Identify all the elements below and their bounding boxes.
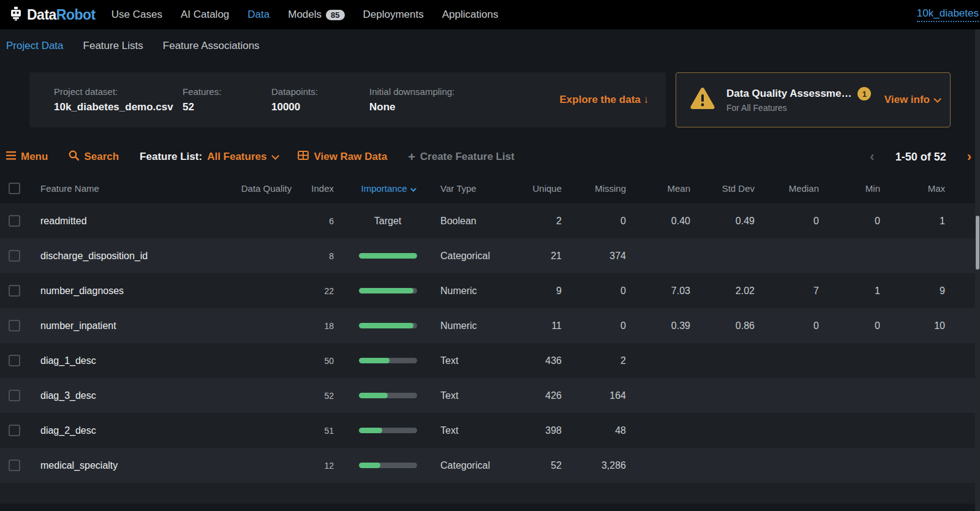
row-checkbox[interactable] bbox=[9, 285, 20, 297]
nav-item-label: Models bbox=[288, 9, 322, 21]
column-header-mean[interactable]: Mean bbox=[636, 183, 700, 194]
row-checkbox[interactable] bbox=[9, 390, 20, 401]
column-header-var-type[interactable]: Var Type bbox=[437, 183, 516, 194]
nav-item-applications[interactable]: Applications bbox=[442, 9, 499, 21]
column-header-feature-name[interactable]: Feature Name bbox=[31, 183, 236, 194]
row-checkbox[interactable] bbox=[9, 250, 20, 262]
feature-row-diag_3_desc[interactable]: diag_3_desc52Text426164 bbox=[0, 378, 980, 413]
column-header-index[interactable]: Index bbox=[297, 183, 339, 194]
feature-row-medical_specialty[interactable]: medical_specialty12Categorical523,286 bbox=[0, 448, 980, 483]
unique-cell: 2 bbox=[516, 216, 571, 227]
feature-row-diag_2_desc[interactable]: diag_2_desc51Text39848 bbox=[0, 413, 980, 448]
data-quality-card: Data Quality Assessme… 1 For All Feature… bbox=[676, 72, 951, 127]
std-dev-cell: 0.86 bbox=[700, 320, 764, 331]
row-checkbox-cell bbox=[0, 215, 31, 227]
feature-name[interactable]: readmitted bbox=[31, 216, 236, 227]
select-all-checkbox[interactable] bbox=[9, 183, 20, 194]
feature-name[interactable]: number_diagnoses bbox=[31, 286, 236, 297]
feature-row-number_inpatient[interactable]: number_inpatient18Numeric1100.390.860010 bbox=[0, 308, 980, 343]
scrollbar-thumb[interactable] bbox=[976, 216, 979, 270]
row-checkbox[interactable] bbox=[9, 215, 20, 227]
datarobot-logo[interactable]: DataRobot bbox=[9, 6, 96, 23]
importance-bar-fill bbox=[359, 358, 390, 363]
nav-item-use-cases[interactable]: Use Cases bbox=[111, 9, 162, 21]
row-checkbox[interactable] bbox=[9, 355, 20, 366]
summary-cards: Project dataset:10k_diabetes_demo.csvFea… bbox=[29, 72, 951, 127]
pagination: ‹ 1-50 of 52 › bbox=[870, 143, 971, 170]
feature-name[interactable]: number_inpatient bbox=[31, 320, 236, 331]
view-info-button[interactable]: View info bbox=[884, 94, 939, 106]
summary-field-value: 10000 bbox=[271, 101, 363, 113]
chevron-down-icon bbox=[272, 152, 280, 160]
var-type-cell: Numeric bbox=[437, 286, 516, 297]
std-dev-cell: 2.02 bbox=[700, 286, 764, 297]
importance-bar bbox=[359, 428, 417, 433]
var-type-cell: Boolean bbox=[437, 216, 516, 227]
summary-field: Initial downsampling:None bbox=[369, 86, 554, 113]
create-feature-list-button[interactable]: + Create Feature List bbox=[408, 150, 514, 164]
column-header-data-quality[interactable]: Data Quality bbox=[236, 183, 297, 194]
table-header: Feature Name Data Quality Index Importan… bbox=[0, 173, 980, 203]
nav-item-models[interactable]: Models85 bbox=[288, 9, 344, 21]
column-header-missing[interactable]: Missing bbox=[571, 183, 636, 194]
column-header-median[interactable]: Median bbox=[764, 183, 829, 194]
nav-item-ai-catalog[interactable]: AI Catalog bbox=[181, 9, 229, 21]
feature-row-diag_1_desc[interactable]: diag_1_desc50Text4362 bbox=[0, 343, 980, 378]
nav-item-deployments[interactable]: Deployments bbox=[363, 9, 424, 21]
importance-bar-fill bbox=[359, 428, 382, 433]
next-page-button[interactable]: › bbox=[967, 149, 971, 165]
feature-name[interactable]: diag_3_desc bbox=[31, 390, 236, 401]
mean-cell: 7.03 bbox=[636, 286, 700, 297]
feature-name[interactable]: discharge_disposition_id bbox=[31, 251, 236, 262]
column-header-importance[interactable]: Importance bbox=[339, 183, 437, 194]
target-label: Target bbox=[374, 216, 401, 227]
min-cell: 1 bbox=[829, 286, 890, 297]
row-checkbox[interactable] bbox=[9, 460, 20, 471]
view-raw-data-button[interactable]: View Raw Data bbox=[298, 151, 387, 163]
search-button[interactable]: Search bbox=[69, 150, 119, 164]
previous-page-button[interactable]: ‹ bbox=[870, 149, 874, 165]
importance-bar bbox=[359, 253, 417, 259]
column-header-max[interactable]: Max bbox=[890, 183, 955, 194]
unique-cell: 426 bbox=[516, 390, 571, 401]
logo-wordmark: DataRobot bbox=[27, 7, 96, 23]
row-checkbox[interactable] bbox=[9, 425, 20, 436]
feature-row-readmitted[interactable]: readmitted6TargetBoolean200.400.49001 bbox=[0, 203, 980, 238]
row-checkbox-cell bbox=[0, 320, 31, 331]
scrollbar-track[interactable] bbox=[975, 29, 980, 511]
importance-bar bbox=[359, 323, 417, 328]
column-header-std-dev[interactable]: Std Dev bbox=[700, 183, 764, 194]
importance-bar-fill bbox=[359, 288, 413, 293]
explore-the-data-button[interactable]: Explore the data ↓ bbox=[560, 94, 649, 106]
feature-row-number_diagnoses[interactable]: number_diagnoses22Numeric907.032.02719 bbox=[0, 273, 980, 308]
nav-item-data[interactable]: Data bbox=[247, 9, 270, 21]
row-checkbox-cell bbox=[0, 285, 31, 297]
project-name-link[interactable]: 10k_diabetes bbox=[917, 7, 979, 22]
importance-cell bbox=[339, 428, 437, 433]
tab-project-data[interactable]: Project Data bbox=[6, 40, 64, 52]
median-cell: 7 bbox=[764, 286, 829, 297]
importance-bar bbox=[359, 358, 417, 363]
var-type-cell: Text bbox=[437, 425, 516, 436]
feature-table-body: readmitted6TargetBoolean200.400.49001dis… bbox=[0, 203, 980, 483]
importance-cell bbox=[339, 463, 437, 468]
feature-list-selector[interactable]: Feature List: All Features bbox=[140, 151, 277, 163]
column-header-min[interactable]: Min bbox=[829, 183, 890, 194]
tab-feature-associations[interactable]: Feature Associations bbox=[163, 40, 260, 52]
column-header-unique[interactable]: Unique bbox=[516, 183, 571, 194]
max-cell: 10 bbox=[890, 320, 955, 331]
tab-feature-lists[interactable]: Feature Lists bbox=[83, 40, 143, 52]
data-quality-subtitle: For All Features bbox=[726, 103, 884, 113]
missing-cell: 2 bbox=[571, 355, 636, 366]
row-checkbox[interactable] bbox=[9, 320, 20, 331]
menu-button[interactable]: Menu bbox=[6, 151, 48, 163]
summary-field: Datapoints:10000 bbox=[271, 86, 363, 113]
feature-name[interactable]: diag_1_desc bbox=[31, 355, 236, 366]
pagination-label: 1-50 of 52 bbox=[895, 151, 946, 164]
index-cell: 50 bbox=[297, 356, 339, 366]
feature-name[interactable]: diag_2_desc bbox=[31, 425, 236, 436]
feature-row-discharge_disposition_id[interactable]: discharge_disposition_id8Categorical2137… bbox=[0, 238, 980, 273]
index-cell: 8 bbox=[297, 251, 339, 261]
feature-name[interactable]: medical_specialty bbox=[31, 460, 236, 471]
var-type-cell: Text bbox=[437, 355, 516, 366]
